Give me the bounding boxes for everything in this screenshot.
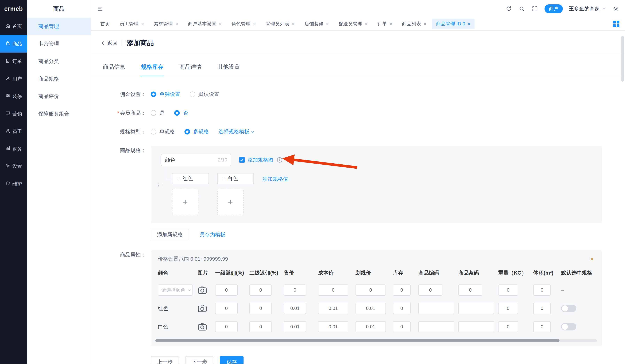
tab-close-icon[interactable]: ×	[292, 21, 295, 27]
tab-goods-detail[interactable]: 商品详情	[179, 57, 202, 76]
cost-input[interactable]	[318, 284, 348, 296]
add-spec-value-link[interactable]: 添加规格值	[262, 176, 288, 183]
add-new-spec-button[interactable]: 添加新规格	[151, 229, 189, 240]
tab-close-icon[interactable]: ×	[389, 21, 392, 27]
sidebar-item-users[interactable]: 用户	[0, 70, 27, 88]
tabs-grid-icon[interactable]	[613, 21, 620, 27]
tab-close-icon[interactable]: ×	[141, 21, 144, 27]
subnav-item-goods-category[interactable]: 商品分类	[27, 53, 91, 70]
page-tab-goods-manage-id0[interactable]: 商品管理 ID:0×	[432, 19, 475, 29]
prev-step-button[interactable]: 上一步	[151, 356, 179, 364]
sidebar-item-goods[interactable]: 商品	[0, 35, 27, 53]
page-tab-merchant-settings[interactable]: 商户基本设置×	[184, 19, 226, 29]
tab-close-icon[interactable]: ×	[253, 21, 256, 27]
default-spec-toggle[interactable]	[561, 323, 576, 330]
radio-member-yes[interactable]: 是	[151, 110, 165, 116]
subnav-item-goods-review[interactable]: 商品评价	[27, 87, 91, 105]
select-spec-template-link[interactable]: 选择规格模板	[219, 128, 255, 135]
camera-icon[interactable]	[198, 286, 207, 294]
settings-gear-icon[interactable]	[612, 5, 619, 12]
page-tab-goods-list[interactable]: 商品列表×	[398, 19, 430, 29]
sku-code-input[interactable]	[418, 303, 454, 314]
commission2-input[interactable]	[250, 303, 272, 314]
upload-image-box[interactable]: +	[172, 189, 198, 215]
tab-other-settings[interactable]: 其他设置	[217, 57, 241, 76]
commission2-input[interactable]	[250, 321, 272, 332]
volume-input[interactable]	[533, 303, 551, 314]
barcode-input[interactable]	[458, 284, 482, 296]
tab-close-icon[interactable]: ×	[423, 21, 426, 27]
volume-input[interactable]	[533, 321, 551, 332]
color-select[interactable]: 请选择颜色	[158, 284, 193, 296]
camera-icon[interactable]	[198, 304, 207, 312]
sidebar-item-marketing[interactable]: 营销	[0, 105, 27, 123]
price-input[interactable]	[284, 321, 306, 332]
stock-input[interactable]	[393, 284, 410, 296]
spec-value-input[interactable]	[183, 176, 206, 182]
subnav-item-goods-manage[interactable]: 商品管理	[27, 18, 91, 35]
refresh-icon[interactable]	[505, 5, 512, 12]
page-tab-shop-decoration[interactable]: 店铺装修×	[300, 19, 333, 29]
page-tab-orders[interactable]: 订单×	[373, 19, 396, 29]
search-icon[interactable]	[518, 5, 525, 12]
back-button[interactable]: 返回	[100, 39, 118, 47]
radio-multi-spec[interactable]: 多规格	[185, 128, 209, 135]
tab-goods-info[interactable]: 商品信息	[102, 57, 126, 76]
collapse-menu-icon[interactable]	[96, 5, 104, 12]
sku-code-input[interactable]	[418, 321, 454, 332]
drag-handle-icon[interactable]: ⋮⋮	[220, 177, 226, 181]
strike-price-input[interactable]	[355, 284, 386, 296]
strike-price-input[interactable]	[355, 321, 386, 332]
commission1-input[interactable]	[215, 303, 237, 314]
commission1-input[interactable]	[215, 321, 237, 332]
commission2-input[interactable]	[250, 284, 272, 296]
save-button[interactable]: 保存	[220, 356, 244, 364]
subnav-item-card-secret[interactable]: 卡密管理	[27, 35, 91, 53]
cost-input[interactable]	[318, 303, 348, 314]
add-spec-image-checkbox[interactable]: 添加规格图	[239, 156, 274, 164]
barcode-input[interactable]	[458, 303, 494, 314]
sidebar-item-staff[interactable]: 员工	[0, 123, 27, 140]
spec-value-input[interactable]	[227, 176, 251, 182]
tab-close-icon[interactable]: ×	[219, 21, 222, 27]
radio-member-no[interactable]: 否	[174, 110, 188, 116]
next-step-button[interactable]: 下一步	[185, 356, 213, 364]
sku-code-input[interactable]	[418, 284, 442, 296]
barcode-input[interactable]	[458, 321, 494, 332]
tab-close-icon[interactable]: ×	[326, 21, 329, 27]
sidebar-item-decoration[interactable]: 装修	[0, 87, 27, 105]
weight-input[interactable]	[498, 321, 518, 332]
subnav-item-guarantee-service[interactable]: 保障服务组合	[27, 105, 91, 123]
page-tab-material-manage[interactable]: 素材管理×	[150, 19, 182, 29]
sidebar-item-finance[interactable]: 财务	[0, 140, 27, 158]
save-as-template-link[interactable]: 另存为模板	[200, 231, 226, 238]
sidebar-item-home[interactable]: 首页	[0, 18, 27, 35]
sidebar-item-settings[interactable]: 设置	[0, 158, 27, 175]
strike-price-input[interactable]	[355, 303, 386, 314]
tab-spec-stock[interactable]: 规格库存	[140, 57, 164, 76]
page-tab-home[interactable]: 首页	[96, 19, 114, 29]
tab-close-icon[interactable]: ×	[175, 21, 178, 27]
fullscreen-icon[interactable]	[531, 5, 538, 12]
close-icon[interactable]: ×	[590, 256, 595, 262]
account-menu[interactable]: 王多鱼的商超	[569, 5, 606, 12]
default-spec-toggle[interactable]	[561, 305, 576, 312]
radio-single-spec[interactable]: 单规格	[151, 128, 175, 135]
page-tab-admin-list[interactable]: 管理员列表×	[261, 19, 299, 29]
radio-commission-separate[interactable]: 单独设置	[151, 91, 180, 98]
cost-input[interactable]	[318, 321, 348, 332]
spec-name-input[interactable]	[165, 157, 218, 163]
weight-input[interactable]	[498, 303, 518, 314]
merchant-badge[interactable]: 商户	[545, 4, 563, 13]
weight-input[interactable]	[498, 284, 518, 296]
drag-handle-icon[interactable]: ⋮⋮	[175, 177, 181, 181]
tab-close-icon[interactable]: ×	[365, 21, 368, 27]
tab-close-icon[interactable]: ×	[468, 21, 470, 27]
price-input[interactable]	[284, 303, 306, 314]
stock-input[interactable]	[393, 303, 410, 314]
page-tab-role-manage[interactable]: 角色管理×	[227, 19, 260, 29]
stock-input[interactable]	[393, 321, 410, 332]
sidebar-item-orders[interactable]: 订单	[0, 53, 27, 70]
commission1-input[interactable]	[215, 284, 237, 296]
vertical-scrollbar-thumb[interactable]	[621, 36, 624, 82]
